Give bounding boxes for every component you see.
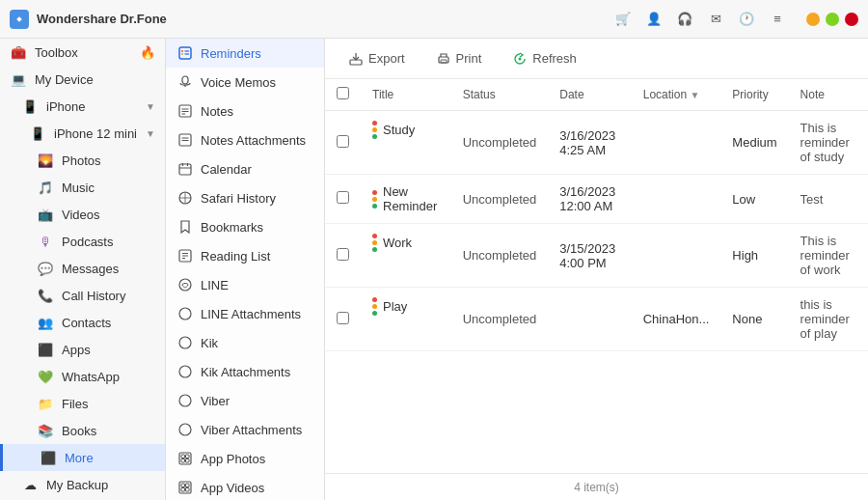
sidebar-item-photos[interactable]: 🌄 Photos	[0, 147, 165, 174]
sidebar-item-callhistory[interactable]: 📞 Call History	[0, 282, 165, 309]
mid-label-calendar: Calendar	[201, 162, 252, 177]
sidebar-item-music[interactable]: 🎵 Music	[0, 174, 165, 201]
history-icon[interactable]: 🕐	[737, 10, 756, 29]
col-location[interactable]: Location ▼	[632, 79, 721, 111]
row-title: Study	[361, 111, 451, 149]
sidebar-item-more[interactable]: ⬛ More	[0, 444, 165, 471]
mid-item-kikattach[interactable]: Kik Attachments	[166, 357, 324, 386]
sidebar-item-mydevice[interactable]: 💻 My Device	[0, 66, 165, 93]
col-priority: Priority	[720, 79, 788, 111]
svg-rect-38	[181, 484, 185, 487]
row-title: Play	[361, 288, 451, 325]
export-button[interactable]: Export	[340, 47, 413, 70]
left-sidebar: 🧰 Toolbox 🔥 💻 My Device 📱 iPhone ▼ 📱 iPh…	[0, 39, 166, 500]
calendar-icon	[177, 161, 193, 177]
sidebar-item-files[interactable]: 📁 Files	[0, 390, 165, 417]
row-location	[632, 224, 721, 288]
row-date: 3/16/2023 12:00 AM	[548, 175, 631, 224]
footer-bar: 4 item(s)	[325, 473, 868, 500]
sidebar-item-contacts[interactable]: 👥 Contacts	[0, 309, 165, 336]
sidebar-label-podcasts: Podcasts	[62, 235, 155, 249]
row-status: Uncompleted	[451, 288, 549, 351]
sidebar-item-podcasts[interactable]: 🎙 Podcasts	[0, 228, 165, 255]
mid-item-kik[interactable]: Kik	[166, 328, 324, 357]
mid-item-readinglist[interactable]: Reading List	[166, 241, 324, 270]
mid-item-calendar[interactable]: Calendar	[166, 154, 324, 183]
row-note: This is reminder of study	[789, 111, 868, 175]
row-checkbox-1[interactable]	[337, 191, 349, 204]
mid-item-appphotos[interactable]: App Photos	[166, 444, 324, 473]
sidebar-item-mybackup[interactable]: ☁ My Backup	[0, 471, 165, 498]
mid-item-safarihistory[interactable]: Safari History	[166, 183, 324, 212]
mid-label-viber: Viber	[201, 394, 230, 408]
apps-icon: ⬛	[37, 341, 54, 358]
select-all-checkbox[interactable]	[337, 87, 349, 99]
viberattach-icon	[177, 422, 193, 437]
window-controls: — □ ✕	[799, 13, 858, 26]
svg-rect-15	[179, 164, 191, 175]
mid-item-lineattach[interactable]: LINE Attachments	[166, 299, 324, 328]
cart-icon[interactable]: 🛒	[613, 10, 633, 29]
mid-item-voicememos[interactable]: Voice Memos	[166, 68, 324, 97]
sidebar-label-iphone: iPhone	[46, 99, 138, 114]
sidebar-item-messages[interactable]: 💬 Messages	[0, 255, 165, 282]
mid-label-safari: Safari History	[201, 191, 276, 206]
menu-icon[interactable]: ≡	[768, 10, 787, 29]
sidebar-item-videos[interactable]: 📺 Videos	[0, 201, 165, 228]
reminder-icon-2	[372, 234, 377, 252]
svg-rect-50	[441, 60, 447, 63]
refresh-button[interactable]: Refresh	[504, 47, 584, 70]
row-title: New Reminder	[361, 175, 451, 223]
sidebar-item-apps[interactable]: ⬛ Apps	[0, 336, 165, 363]
mid-item-line[interactable]: LINE	[166, 270, 324, 299]
close-btn[interactable]: ✕	[845, 13, 858, 26]
mail-icon[interactable]: ✉	[706, 10, 725, 29]
titlebar-actions: 🛒 👤 🎧 ✉ 🕐 ≡ — □ ✕	[613, 10, 858, 29]
row-status: Uncompleted	[451, 224, 549, 288]
row-checkbox-2[interactable]	[337, 248, 349, 261]
minimize-btn[interactable]: —	[806, 13, 820, 26]
notes-icon	[177, 103, 193, 119]
sidebar-item-whatsapp[interactable]: 💚 WhatsApp	[0, 363, 165, 390]
svg-point-29	[179, 366, 191, 377]
sidebar-item-books[interactable]: 📚 Books	[0, 417, 165, 444]
mid-item-bookmarks[interactable]: Bookmarks	[166, 212, 324, 241]
print-button[interactable]: Print	[428, 47, 490, 70]
headset-icon[interactable]: 🎧	[675, 10, 694, 29]
sidebar-label-more: More	[65, 451, 155, 465]
svg-point-2	[181, 50, 183, 52]
mid-label-voicememos: Voice Memos	[201, 75, 276, 90]
mid-item-viber[interactable]: Viber	[166, 386, 324, 415]
row-checkbox-0[interactable]	[337, 135, 349, 148]
col-checkbox	[325, 79, 361, 111]
svg-point-3	[181, 53, 183, 55]
row-title-text: Work	[383, 236, 412, 250]
sidebar-item-iphone[interactable]: 📱 iPhone ▼	[0, 93, 165, 120]
files-icon: 📁	[37, 395, 54, 412]
mid-item-reminders[interactable]: Reminders	[166, 39, 324, 68]
mid-item-notes[interactable]: Notes	[166, 97, 324, 125]
row-status: Uncompleted	[451, 111, 549, 175]
app-logo	[10, 10, 29, 29]
svg-point-30	[179, 395, 191, 406]
sidebar-label-mydevice: My Device	[35, 72, 155, 87]
mid-item-appvideos[interactable]: App Videos	[166, 473, 324, 500]
sidebar-item-toolbox[interactable]: 🧰 Toolbox 🔥	[0, 39, 165, 66]
row-checkbox-3[interactable]	[337, 312, 349, 324]
col-status: Status	[451, 79, 549, 111]
mid-item-notesattach[interactable]: Notes Attachments	[166, 125, 324, 154]
sidebar-item-iphone12[interactable]: 📱 iPhone 12 mini ▼	[0, 120, 165, 147]
mid-item-viberattach[interactable]: Viber Attachments	[166, 415, 324, 444]
svg-point-28	[179, 337, 191, 348]
col-date: Date	[548, 79, 631, 111]
mid-sidebar: Reminders Voice Memos Notes Notes Attach…	[166, 39, 325, 500]
app-title: Wondershare Dr.Fone	[37, 12, 613, 26]
videos-icon: 📺	[37, 206, 54, 223]
sidebar-label-apps: Apps	[62, 343, 155, 357]
sidebar-label-whatsapp: WhatsApp	[62, 370, 155, 384]
maximize-btn[interactable]: □	[826, 13, 839, 26]
user-icon[interactable]: 👤	[644, 10, 664, 29]
row-note: this is reminder of play	[789, 288, 868, 351]
content-toolbar: Export Print Refresh	[325, 39, 868, 79]
export-label: Export	[368, 51, 405, 66]
